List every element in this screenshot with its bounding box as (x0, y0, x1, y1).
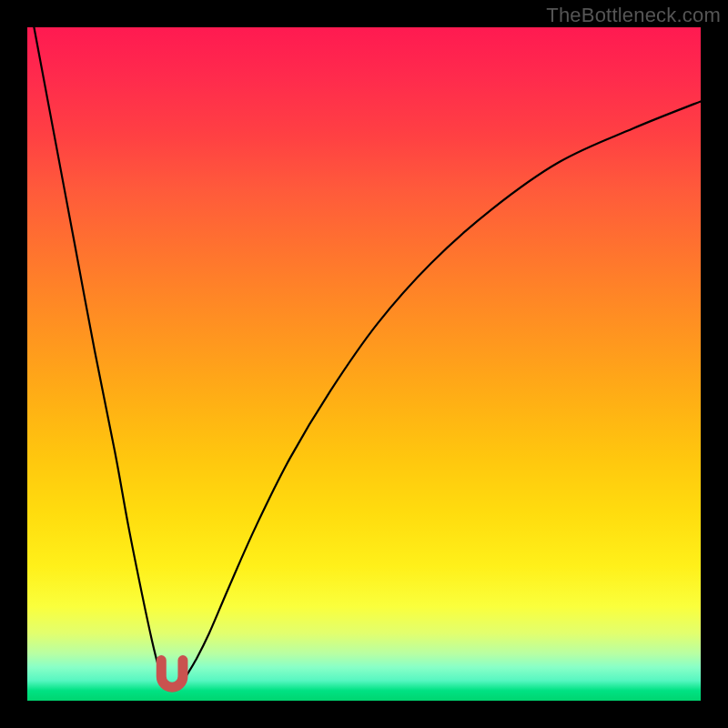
chart-plot-area (27, 27, 701, 701)
valley-marker-icon (161, 661, 183, 688)
watermark-label: TheBottleneck.com (546, 4, 721, 27)
chart-svg (27, 27, 701, 701)
curve-left (34, 27, 168, 691)
curve-right (176, 101, 701, 691)
chart-frame: TheBottleneck.com (0, 0, 728, 728)
